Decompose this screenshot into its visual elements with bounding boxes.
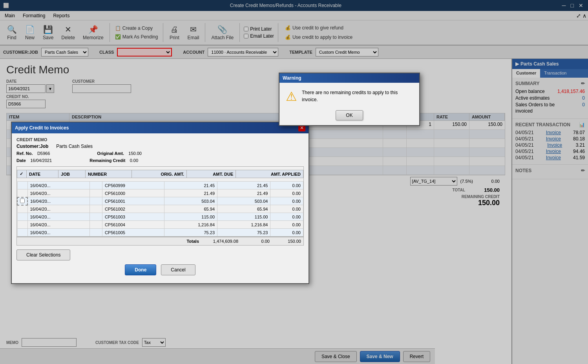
done-button[interactable]: Done (125, 264, 156, 275)
maximize-button[interactable]: □ (569, 2, 575, 9)
save-button[interactable]: 💾 Save (39, 22, 57, 43)
email-icon: ✉ (190, 25, 197, 34)
transaction-row-4: 04/05/21 Invoice 94.46 (515, 149, 585, 154)
job-cell-6 (90, 221, 102, 229)
customer-job-label: CUSTOMER:JOB (3, 50, 38, 55)
clear-selections-button[interactable]: Clear Selections (16, 249, 70, 260)
credit-no-input[interactable]: D5966 (6, 100, 46, 108)
toolbar-separator-1 (110, 23, 110, 42)
print-later-checkbox[interactable] (244, 27, 248, 31)
minimize-button[interactable]: ─ (561, 2, 568, 9)
date-picker-button[interactable]: ▼ (46, 84, 54, 93)
email-button[interactable]: ✉ Email (184, 22, 203, 43)
open-balance-row: Open balance 1,418,157.46 (515, 89, 585, 94)
menu-reports[interactable]: Reports (50, 12, 73, 19)
cm-original-group: Original Amt. 150.00 (97, 151, 142, 156)
trans-type-5[interactable]: Invoice (546, 155, 561, 160)
title-bar: ⬜ Create Credit Memos/Refunds - Accounts… (0, 0, 588, 11)
customer-tax-code-select[interactable]: Tax (142, 338, 166, 347)
tab-customer[interactable]: Customer (512, 69, 540, 78)
save-new-button[interactable]: Save & New (360, 351, 400, 362)
amt-applied-cell-5: 0.00 (270, 213, 303, 221)
amt-applied-cell-6: 0.00 (270, 221, 303, 229)
account-select[interactable]: 11000 · Accounts Receivable (208, 48, 278, 56)
chevron-up-icon[interactable]: ∧ (583, 13, 586, 19)
toolbar-separator-2 (163, 23, 163, 42)
trans-type-1[interactable]: Invoice (546, 130, 561, 135)
find-button[interactable]: 🔍 Find (3, 22, 20, 43)
edit-summary-icon[interactable]: ✏ (581, 81, 585, 86)
tab-transaction[interactable]: Transaction (540, 69, 570, 78)
orig-amt-cell-3: 503.04 (164, 197, 217, 205)
number-cell-3: CP561001 (102, 197, 164, 205)
date-input[interactable]: 16/04/2021 (6, 84, 46, 93)
warning-button-row: OK (279, 110, 419, 125)
cm-original-label: Original Amt. (97, 151, 124, 156)
totals-row-label: Totals (143, 238, 201, 244)
attach-file-button[interactable]: 📎 Attach File (208, 22, 237, 43)
remaining-credit-value: 150.00 (462, 199, 500, 207)
menu-main[interactable]: Main (2, 12, 18, 19)
template-select[interactable]: Custom Credit Memo (316, 48, 378, 56)
customer-job-select[interactable]: Parts Cash Sales (41, 48, 88, 56)
export-icon[interactable]: 📊 (579, 122, 585, 127)
use-credit-invoice-button[interactable]: 💰 Use credit to apply to invoice (282, 33, 355, 41)
trans-type-2[interactable]: Invoice (546, 136, 561, 142)
revert-button[interactable]: Revert (403, 351, 430, 362)
clear-selections-row: Clear Selections (16, 249, 304, 260)
check-3[interactable] (20, 198, 25, 203)
warning-icon: ⚠ (286, 89, 297, 104)
menu-formatting[interactable]: Formatting (20, 12, 48, 19)
trans-type-4[interactable]: Invoice (546, 149, 561, 154)
date-cell-3: 16/04/20... (27, 197, 90, 205)
email-later-checkbox[interactable] (244, 34, 248, 38)
check-cell-3[interactable] (17, 197, 27, 205)
warning-dialog: Warning ⚠ There are no remaining credits… (279, 73, 420, 126)
class-label: CLASS (99, 50, 114, 55)
menu-bar: Main Formatting Reports ⤢ ∧ (0, 11, 588, 20)
date-cell-6: 16/04/20... (27, 221, 90, 229)
trans-amount-5: 41.59 (573, 155, 585, 160)
expand-icon[interactable]: ⤢ (576, 13, 581, 19)
trans-date-1: 04/05/21 (515, 130, 534, 135)
pending-icon: ✅ (115, 34, 121, 40)
memorize-button[interactable]: 📌 Memorize (79, 22, 107, 43)
cm-remaining-value: 0.00 (130, 158, 138, 163)
title-bar-controls[interactable]: ─ □ ✕ (561, 2, 585, 9)
cancel-button[interactable]: Cancel (161, 264, 195, 275)
date-cell-2: 16/04/20... (27, 189, 90, 197)
cm-ref-group: Ref. No. D5966 (16, 151, 50, 156)
mark-as-pending-button[interactable]: ✅ Mark As Pending (112, 33, 161, 41)
trans-type-3[interactable]: Invoice (547, 142, 562, 148)
close-button[interactable]: ✕ (577, 2, 585, 9)
delete-button[interactable]: ✕ Delete (58, 22, 79, 43)
new-icon: 📄 (25, 25, 35, 34)
class-select[interactable] (117, 48, 172, 56)
use-credit-refund-button[interactable]: 💰 Use credit to give refund (282, 24, 355, 32)
sales-orders-label: Sales Orders to be invoiced (515, 102, 559, 114)
cell-rate: 150.00 (434, 121, 469, 129)
template-label: TEMPLATE (289, 50, 312, 55)
memorize-icon: 📌 (88, 25, 98, 34)
apply-credit-body: CREDIT MEMO Customer:Job Parts Cash Sale… (12, 133, 309, 283)
tax-group-select[interactable]: [AV_TG_14] (410, 177, 457, 186)
memo-input[interactable] (22, 338, 77, 347)
save-close-button[interactable]: Save & Close (315, 351, 357, 362)
amt-due-cell-2: 21.49 (217, 189, 270, 197)
form-row-credit: CREDIT NO. D5966 (6, 95, 505, 108)
trans-date-3: 04/05/21 (515, 142, 534, 148)
customer-field: CUSTOMER (72, 79, 131, 93)
save-icon: 💾 (43, 25, 53, 34)
edit-notes-icon[interactable]: ✏ (581, 168, 585, 173)
customer-input[interactable] (72, 84, 131, 93)
warning-title-text: Warning (283, 75, 301, 81)
orig-amt-cell-1: 21.45 (164, 182, 217, 189)
cm-date-label: Date (16, 158, 26, 163)
ok-button[interactable]: OK (336, 110, 363, 120)
new-button[interactable]: 📄 New (21, 22, 38, 43)
summary-section: SUMMARY ✏ Open balance 1,418,157.46 Acti… (512, 78, 588, 119)
cm-remaining-label: Remaining Credit (89, 158, 125, 163)
create-copy-button[interactable]: 📋 Create a Copy (112, 24, 161, 32)
print-button[interactable]: 🖨 Print (166, 22, 183, 43)
print-later-row: Print Later (244, 26, 274, 32)
